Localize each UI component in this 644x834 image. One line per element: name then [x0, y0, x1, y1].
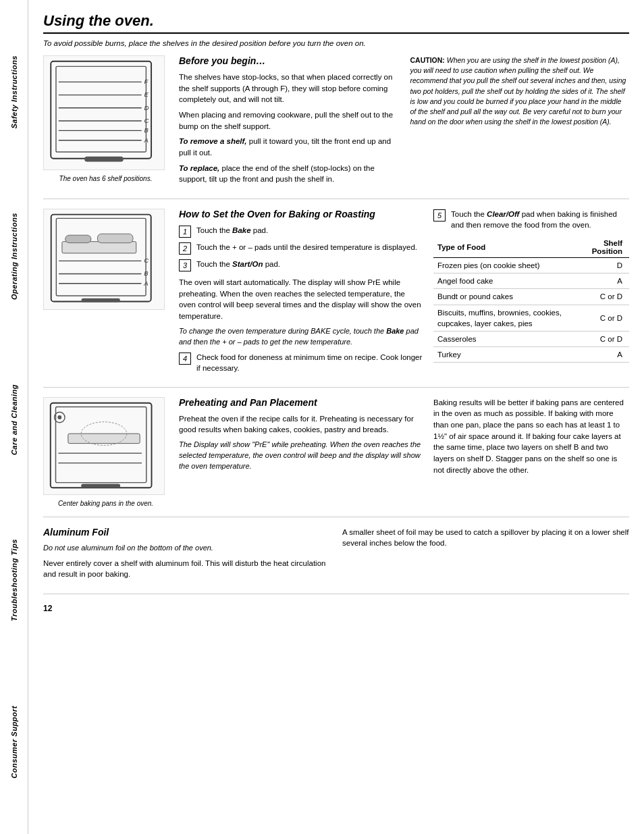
svg-rect-16: [56, 218, 146, 296]
food-cell: Casseroles: [433, 331, 576, 346]
page-number: 12: [43, 604, 629, 613]
preheating-image-label: Center baking pans in the oven.: [43, 500, 168, 507]
oven-shelf-image-label: The oven has 6 shelf positions.: [43, 175, 168, 182]
step-5-num: 5: [433, 209, 446, 221]
sidebar-item-operating[interactable]: Operating Instructions: [7, 207, 21, 305]
table-row: Biscuits, muffins, brownies, cookies, cu…: [433, 305, 629, 331]
aluminum-foil-note: Do not use aluminum foil on the bottom o…: [43, 543, 330, 554]
table-row: TurkeyA: [433, 346, 629, 362]
sidebar-item-consumer[interactable]: Consumer Support: [7, 700, 21, 784]
caution-label: CAUTION:: [410, 56, 445, 64]
table-row: CasserolesC or D: [433, 331, 629, 346]
svg-rect-18: [65, 235, 91, 242]
sidebar-item-troubleshooting[interactable]: Troubleshooting Tips: [7, 533, 21, 627]
svg-text:C: C: [144, 117, 149, 124]
sidebar: Safety Instructions Operating Instructio…: [0, 0, 28, 834]
svg-rect-0: [51, 61, 151, 159]
aluminum-foil-left: Aluminum Foil Do not use aluminum foil o…: [43, 527, 330, 584]
step-1: 1 Touch the Bake pad.: [179, 225, 423, 238]
svg-text:E: E: [144, 90, 149, 98]
replace-shelf-para: To replace, place the end of the shelf (…: [179, 163, 398, 185]
position-cell: C or D: [576, 305, 629, 331]
step-2-text: Touch the + or – pads until the desired …: [196, 242, 423, 253]
svg-rect-1: [56, 66, 146, 152]
food-shelf-table: Type of Food Shelf Position Frozen pies …: [433, 237, 629, 363]
svg-text:A: A: [144, 136, 149, 144]
oven-baking-illustration: C B A: [43, 209, 165, 310]
step-3-num: 3: [179, 259, 191, 271]
svg-rect-26: [82, 298, 120, 303]
step-1-num: 1: [179, 226, 191, 238]
aluminum-foil-columns: Aluminum Foil Do not use aluminum foil o…: [43, 527, 629, 584]
food-cell: Biscuits, muffins, brownies, cookies, cu…: [433, 305, 576, 331]
before-begin-left: Before you begin… The shelves have stop-…: [179, 55, 398, 189]
svg-text:A: A: [143, 280, 148, 287]
table-row: Bundt or pound cakesC or D: [433, 289, 629, 305]
position-cell: D: [576, 258, 629, 273]
table-col1-header: Type of Food: [433, 237, 576, 258]
svg-rect-14: [84, 157, 124, 162]
table-row: Frozen pies (on cookie sheet)D: [433, 258, 629, 273]
shelf-stop-locks-para: The shelves have stop-locks, so that whe…: [179, 72, 398, 105]
position-cell: A: [576, 273, 629, 289]
aluminum-foil-para1: Never entirely cover a shelf with alumin…: [43, 558, 330, 580]
change-temp-text: To change the oven temperature during BA…: [179, 326, 423, 348]
step-4-num: 4: [179, 353, 191, 365]
preheating-para1: Preheat the oven if the recipe calls for…: [179, 413, 423, 436]
oven-shelf-image-container: F E D C B A The oven has 6 shelf positio…: [43, 55, 168, 189]
remove-shelf-label: To remove a shelf,: [179, 137, 247, 145]
placing-removing-para: When placing and removing cookware, pull…: [179, 109, 398, 132]
main-content: Using the oven. To avoid possible burns,…: [28, 0, 644, 834]
remove-shelf-para: To remove a shelf, pull it toward you, t…: [179, 136, 398, 158]
oven-shelf-illustration: F E D C B A: [43, 55, 165, 170]
oven-baking-image-container: C B A: [43, 209, 168, 377]
aluminum-foil-right-para: A smaller sheet of foil may be used to c…: [342, 527, 629, 549]
step-5: 5 Touch the Clear/Off pad when baking is…: [433, 209, 629, 230]
preheating-right: Baking results will be better if baking …: [433, 397, 629, 507]
before-begin-columns: Before you begin… The shelves have stop-…: [179, 55, 629, 189]
before-begin-content: Before you begin… The shelves have stop-…: [179, 55, 629, 189]
before-begin-right: CAUTION: When you are using the shelf in…: [410, 55, 630, 189]
step-2: 2 Touch the + or – pads until the desire…: [179, 242, 423, 255]
section-baking: C B A How to Set the Oven for Baking or …: [43, 209, 629, 388]
preheating-right-para: Baking results will be better if baking …: [433, 397, 629, 476]
svg-text:B: B: [144, 269, 149, 277]
table-row: Angel food cakeA: [433, 273, 629, 289]
svg-rect-28: [56, 407, 146, 482]
sidebar-item-care[interactable]: Care and Cleaning: [7, 379, 21, 461]
step-3-text: Touch the Start/On pad.: [196, 259, 423, 269]
section-before-begin: F E D C B A The oven has 6 shelf positio…: [43, 55, 629, 199]
svg-text:F: F: [144, 78, 149, 85]
page-title: Using the oven.: [43, 12, 629, 34]
svg-rect-35: [81, 484, 120, 488]
step-1-text: Touch the Bake pad.: [196, 225, 423, 236]
replace-shelf-label: To replace,: [179, 164, 219, 172]
baking-heading: How to Set the Oven for Baking or Roasti…: [179, 209, 423, 219]
table-col2-header: Shelf Position: [576, 237, 629, 258]
svg-text:B: B: [144, 126, 149, 134]
auto-text: The oven will start automatically. The d…: [179, 277, 423, 322]
page-subtitle: To avoid possible burns, place the shelv…: [43, 39, 629, 47]
baking-right-content: 5 Touch the Clear/Off pad when baking is…: [433, 209, 629, 377]
section-aluminum-foil: Aluminum Foil Do not use aluminum foil o…: [43, 527, 629, 594]
preheating-italic-para: The Display will show "PrE" while prehea…: [179, 440, 423, 472]
caution-para: CAUTION: When you are using the shelf in…: [410, 55, 630, 128]
position-cell: A: [576, 346, 629, 362]
preheating-left: Preheating and Pan Placement Preheat the…: [179, 397, 423, 507]
preheating-image-container: Center baking pans in the oven.: [43, 397, 168, 507]
caution-text: When you are using the shelf in the lowe…: [410, 56, 626, 126]
step-4-text: Check food for doneness at minimum time …: [196, 352, 423, 373]
food-cell: Turkey: [433, 346, 576, 362]
preheating-heading: Preheating and Pan Placement: [179, 397, 423, 408]
baking-steps: 1 Touch the Bake pad. 2 Touch the + or –…: [179, 225, 423, 271]
svg-rect-29: [68, 434, 140, 443]
step-2-num: 2: [179, 242, 191, 255]
svg-text:D: D: [144, 104, 149, 111]
svg-point-34: [57, 415, 61, 419]
section-preheating: Center baking pans in the oven. Preheati…: [43, 397, 629, 517]
sidebar-item-safety[interactable]: Safety Instructions: [7, 50, 21, 134]
svg-text:C: C: [144, 257, 149, 264]
before-begin-heading: Before you begin…: [179, 55, 398, 66]
food-cell: Bundt or pound cakes: [433, 289, 576, 305]
aluminum-foil-heading: Aluminum Foil: [43, 527, 330, 538]
